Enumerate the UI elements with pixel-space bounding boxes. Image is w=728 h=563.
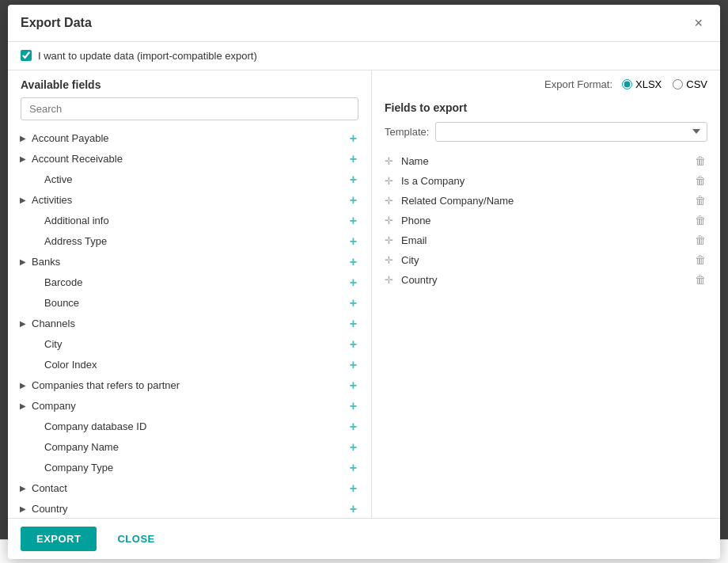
add-field-button[interactable]: + [348,173,358,186]
export-field-name-label: Country [401,274,687,286]
field-item[interactable]: ▶Activities+ [8,190,371,211]
template-row: Template: [372,119,720,148]
field-item[interactable]: ▶Country+ [8,499,371,518]
field-name-label: Companies that refers to partner [32,379,348,391]
left-panel-header: Available fields [8,70,371,125]
export-field-item: ✛Is a Company🗑 [372,171,720,191]
delete-export-field-button[interactable]: 🗑 [693,254,707,265]
field-name-label: Account Payable [32,132,348,144]
field-name-label: Contact [32,482,348,494]
expand-arrow-icon: ▶ [17,401,28,412]
drag-handle-icon[interactable]: ✛ [385,175,393,187]
add-field-button[interactable]: + [348,338,358,351]
field-item[interactable]: ▶Account Receivable+ [8,149,371,169]
field-item[interactable]: Company Type+ [8,458,371,478]
add-field-button[interactable]: + [348,318,358,330]
expand-arrow-icon: ▶ [17,380,28,391]
format-xlsx-radio[interactable] [622,79,632,89]
field-item[interactable]: Address Type+ [8,231,371,252]
expand-arrow-icon: ▶ [17,154,28,165]
field-item[interactable]: Color Index+ [8,355,371,375]
add-field-button[interactable]: + [348,235,358,248]
drag-handle-icon[interactable]: ✛ [385,195,393,207]
export-field-name-label: Name [401,155,687,167]
export-field-name-label: Phone [401,215,687,226]
field-item[interactable]: Bounce+ [8,293,371,314]
delete-export-field-button[interactable]: 🗑 [693,215,707,226]
drag-handle-icon[interactable]: ✛ [385,234,393,246]
format-xlsx-label: XLSX [635,78,662,90]
field-item[interactable]: ▶Companies that refers to partner+ [8,375,371,396]
expand-arrow-icon: ▶ [17,133,28,144]
add-field-button[interactable]: + [348,359,358,371]
format-xlsx-option[interactable]: XLSX [622,78,662,90]
delete-export-field-button[interactable]: 🗑 [693,195,707,206]
modal-overlay: cynthiasanchez@gmail.com Russeltown Expo… [0,0,728,563]
add-field-button[interactable]: + [348,215,358,227]
expand-arrow-icon: ▶ [17,195,28,206]
add-field-button[interactable]: + [348,153,358,165]
delete-export-field-button[interactable]: 🗑 [693,155,707,166]
close-button[interactable]: CLOSE [104,527,167,551]
available-fields-title: Available fields [21,78,358,91]
export-button[interactable]: EXPORT [21,527,97,551]
field-item[interactable]: ▶Banks+ [8,252,371,272]
field-name-label: Color Index [44,359,348,371]
template-select[interactable] [435,122,707,142]
add-field-button[interactable]: + [348,256,358,268]
fields-to-export-title: Fields to export [385,101,467,114]
add-field-button[interactable]: + [348,132,358,145]
drag-handle-icon[interactable]: ✛ [385,254,393,266]
delete-export-field-button[interactable]: 🗑 [693,175,707,186]
delete-export-field-button[interactable]: 🗑 [693,234,707,245]
modal-footer: EXPORT CLOSE [8,518,720,559]
search-input[interactable] [21,97,358,120]
add-field-button[interactable]: + [348,462,358,474]
add-field-button[interactable]: + [348,379,358,392]
available-fields-panel: Available fields ▶Account Payable+▶Accou… [8,70,372,518]
format-csv-option[interactable]: CSV [673,78,707,90]
add-field-button[interactable]: + [348,441,358,454]
field-item[interactable]: Additional info+ [8,211,371,231]
modal-body: Available fields ▶Account Payable+▶Accou… [8,70,720,518]
drag-handle-icon[interactable]: ✛ [385,274,393,286]
export-field-item: ✛Email🗑 [372,230,720,250]
field-item[interactable]: City+ [8,334,371,355]
drag-handle-icon[interactable]: ✛ [385,155,393,167]
field-item[interactable]: ▶Contact+ [8,478,371,499]
field-item[interactable]: ▶Company+ [8,396,371,417]
expand-arrow-icon: ▶ [17,483,28,494]
add-field-button[interactable]: + [348,420,358,433]
field-name-label: Additional info [44,215,348,226]
import-compatible-checkbox[interactable] [21,50,32,61]
field-item[interactable]: ▶Account Payable+ [8,128,371,149]
export-field-item: ✛City🗑 [372,250,720,270]
add-field-button[interactable]: + [348,482,358,495]
field-item[interactable]: Active+ [8,169,371,190]
format-row: Export Format: XLSX CSV [544,78,707,90]
field-item[interactable]: Barcode+ [8,272,371,293]
field-list: ▶Account Payable+▶Account Receivable+Act… [8,125,371,518]
import-compatible-label[interactable]: I want to update data (import-compatible… [38,50,257,62]
drag-handle-icon[interactable]: ✛ [385,215,393,226]
field-name-label: Bounce [44,297,348,309]
add-field-button[interactable]: + [348,503,358,515]
add-field-button[interactable]: + [348,276,358,289]
right-top-row: Export Format: XLSX CSV [372,70,720,93]
export-field-item: ✛Phone🗑 [372,211,720,230]
export-field-item: ✛Name🗑 [372,151,720,171]
field-item[interactable]: ▶Channels+ [8,314,371,334]
modal-close-icon-button[interactable]: × [689,14,707,32]
delete-export-field-button[interactable]: 🗑 [693,274,707,285]
field-item[interactable]: Company database ID+ [8,417,371,437]
export-field-item: ✛Country🗑 [372,270,720,290]
add-field-button[interactable]: + [348,400,358,413]
format-csv-radio[interactable] [673,79,683,89]
add-field-button[interactable]: + [348,297,358,310]
expand-arrow-icon: ▶ [17,257,28,268]
export-field-name-label: Related Company/Name [401,195,687,207]
add-field-button[interactable]: + [348,194,358,207]
export-field-name-label: Is a Company [401,175,687,187]
field-item[interactable]: Company Name+ [8,437,371,458]
field-name-label: Account Receivable [32,153,348,165]
